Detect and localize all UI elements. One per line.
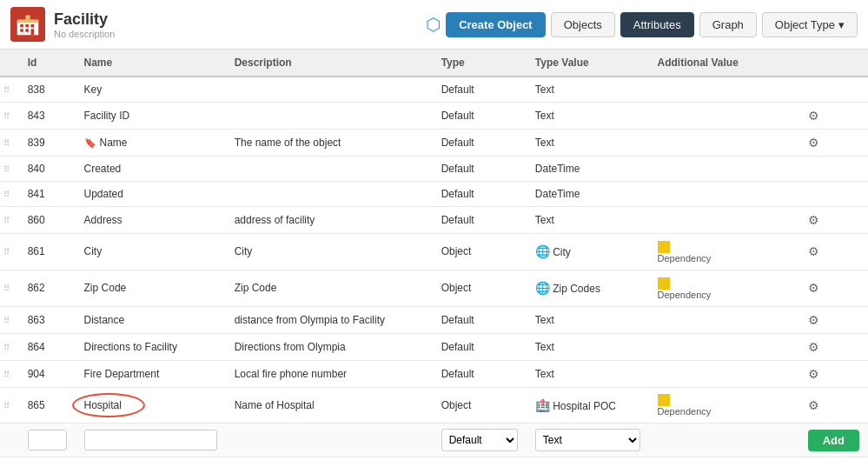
svg-rect-3 bbox=[25, 24, 29, 28]
page-title: Facility bbox=[54, 10, 417, 29]
gear-icon[interactable]: ⚙ bbox=[808, 109, 819, 123]
add-type-select[interactable]: DefaultObject bbox=[441, 429, 518, 451]
row-description: The name of the object bbox=[226, 130, 433, 157]
drag-handle[interactable]: ⠿ bbox=[0, 103, 19, 130]
row-action[interactable]: ⚙ bbox=[799, 103, 868, 130]
drag-dots-icon: ⠿ bbox=[3, 85, 10, 95]
row-type-value: Text bbox=[527, 333, 649, 360]
row-name: Key bbox=[76, 77, 226, 103]
svg-rect-4 bbox=[31, 24, 35, 28]
dependency-label: Dependency bbox=[658, 253, 791, 264]
row-action[interactable]: ⚙ bbox=[799, 130, 868, 157]
row-type: Default bbox=[433, 333, 527, 360]
add-addval-cell bbox=[649, 424, 799, 457]
row-name: Zip Code bbox=[76, 270, 226, 306]
drag-dots-icon: ⠿ bbox=[3, 401, 10, 410]
row-type-value: 🌐 Zip Codes bbox=[527, 270, 649, 306]
gear-icon[interactable]: ⚙ bbox=[808, 367, 819, 381]
attributes-button[interactable]: Attributes bbox=[620, 12, 694, 37]
row-action[interactable] bbox=[799, 157, 868, 182]
row-id: 839 bbox=[19, 130, 76, 157]
gear-icon[interactable]: ⚙ bbox=[808, 136, 819, 150]
drag-handle[interactable]: ⠿ bbox=[0, 157, 19, 182]
row-description bbox=[226, 182, 433, 207]
table-row: ⠿840CreatedDefaultDateTime bbox=[0, 157, 868, 182]
globe-icon: 🌐 bbox=[535, 281, 550, 295]
row-type: Object bbox=[433, 387, 527, 424]
row-action[interactable]: ⚙ bbox=[799, 387, 868, 424]
svg-rect-7 bbox=[31, 29, 35, 35]
drag-handle[interactable]: ⠿ bbox=[0, 234, 19, 270]
row-additional-value bbox=[649, 207, 799, 234]
drag-handle[interactable]: ⠿ bbox=[0, 306, 19, 333]
gear-icon[interactable]: ⚙ bbox=[808, 340, 819, 354]
svg-rect-8 bbox=[25, 16, 30, 20]
yellow-badge bbox=[658, 394, 670, 406]
drag-handle[interactable]: ⠿ bbox=[0, 77, 19, 103]
row-action[interactable]: ⚙ bbox=[799, 333, 868, 360]
gear-icon[interactable]: ⚙ bbox=[808, 313, 819, 327]
drag-handle[interactable]: ⠿ bbox=[0, 130, 19, 157]
row-additional-value: Dependency bbox=[649, 234, 799, 270]
table-row: ⠿861CityCityObject🌐 CityDependency⚙ bbox=[0, 234, 868, 270]
svg-rect-1 bbox=[17, 20, 39, 23]
drag-handle[interactable]: ⠿ bbox=[0, 270, 19, 306]
add-typevalue-select[interactable]: TextDateTimeIntegerBoolean bbox=[535, 429, 640, 451]
row-type: Object bbox=[433, 234, 527, 270]
drag-handle[interactable]: ⠿ bbox=[0, 207, 19, 234]
row-action[interactable]: ⚙ bbox=[799, 306, 868, 333]
row-description: Directions from Olympia bbox=[226, 333, 433, 360]
row-type: Default bbox=[433, 360, 527, 387]
drag-handle[interactable]: ⠿ bbox=[0, 387, 19, 424]
row-description bbox=[226, 103, 433, 130]
add-id-input[interactable] bbox=[28, 430, 67, 450]
row-additional-value: Dependency bbox=[649, 387, 799, 424]
col-id-header: Id bbox=[19, 50, 76, 77]
row-name: Created bbox=[76, 157, 226, 182]
gear-icon[interactable]: ⚙ bbox=[808, 213, 819, 227]
object-type-button[interactable]: Object Type ▾ bbox=[762, 12, 858, 37]
row-action[interactable]: ⚙ bbox=[799, 360, 868, 387]
title-block: Facility No description bbox=[54, 10, 417, 39]
row-description bbox=[226, 77, 433, 103]
col-addval-header: Additional Value bbox=[649, 50, 799, 77]
objects-button[interactable]: Objects bbox=[551, 12, 615, 37]
add-id-cell bbox=[19, 424, 76, 457]
gear-icon[interactable]: ⚙ bbox=[808, 281, 819, 295]
row-action[interactable]: ⚙ bbox=[799, 207, 868, 234]
bookmark-icon: 🔖 bbox=[84, 137, 96, 148]
drag-handle[interactable]: ⠿ bbox=[0, 360, 19, 387]
object-type-label: Object Type bbox=[775, 18, 835, 31]
col-desc-header: Description bbox=[226, 50, 433, 77]
row-action[interactable]: ⚙ bbox=[799, 234, 868, 270]
create-object-button[interactable]: Create Object bbox=[446, 12, 546, 37]
drag-dots-icon: ⠿ bbox=[3, 216, 10, 225]
add-name-input[interactable] bbox=[84, 430, 217, 450]
drag-handle[interactable]: ⠿ bbox=[0, 333, 19, 360]
row-action[interactable] bbox=[799, 182, 868, 207]
row-type-value: Text bbox=[527, 207, 649, 234]
row-description: City bbox=[226, 234, 433, 270]
drag-dots-icon: ⠿ bbox=[3, 247, 10, 257]
graph-button[interactable]: Graph bbox=[699, 12, 757, 37]
chevron-down-icon: ▾ bbox=[838, 18, 845, 31]
add-attribute-button[interactable]: Add bbox=[808, 430, 859, 451]
table-body: ⠿838KeyDefaultText⠿843Facility IDDefault… bbox=[0, 77, 868, 457]
svg-rect-5 bbox=[20, 29, 23, 32]
col-name-header: Name bbox=[76, 50, 226, 77]
row-action[interactable] bbox=[799, 77, 868, 103]
row-id: 838 bbox=[19, 77, 76, 103]
row-description: Local fire phone number bbox=[226, 360, 433, 387]
gear-icon[interactable]: ⚙ bbox=[808, 398, 819, 412]
yellow-badge bbox=[658, 241, 670, 253]
row-additional-value bbox=[649, 77, 799, 103]
gear-icon[interactable]: ⚙ bbox=[808, 244, 819, 258]
row-id: 865 bbox=[19, 387, 76, 424]
row-name: Address bbox=[76, 207, 226, 234]
row-action[interactable]: ⚙ bbox=[799, 270, 868, 306]
row-id: 843 bbox=[19, 103, 76, 130]
drag-handle[interactable]: ⠿ bbox=[0, 182, 19, 207]
table-row: ⠿843Facility IDDefaultText⚙ bbox=[0, 103, 868, 130]
attributes-table-container: Id Name Description Type Type Value Addi… bbox=[0, 50, 868, 457]
row-type: Default bbox=[433, 157, 527, 182]
